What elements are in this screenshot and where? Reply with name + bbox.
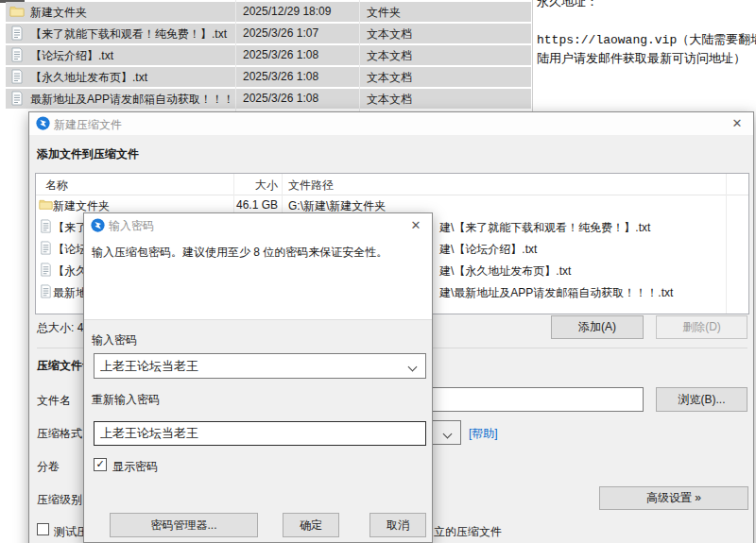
header-name[interactable]: 名称 — [45, 178, 68, 194]
file-name: 【来了就能下载和观看！纯免费！】.txt — [30, 26, 236, 42]
file-date: 2025/3/26 1:08 — [243, 48, 356, 61]
password-value: 上老王论坛当老王 — [100, 358, 198, 375]
file-name: 新建文件夹 — [30, 5, 236, 21]
help-link[interactable]: [帮助] — [469, 426, 498, 442]
close-icon[interactable]: ✕ — [723, 112, 751, 135]
text-document-icon — [39, 284, 53, 298]
dialog-title: 新建压缩文件 — [54, 117, 122, 133]
text-document-icon — [9, 25, 25, 41]
folder-icon — [39, 197, 53, 212]
column-divider — [359, 0, 360, 111]
test-archive-checkbox[interactable] — [37, 523, 49, 535]
dialog-titlebar[interactable]: 输入密码 ✕ — [84, 213, 432, 238]
list-item[interactable]: 最新地址及APP请发邮箱自动获取！！！ .... 2025/3/26 1:08 … — [6, 89, 531, 109]
add-button[interactable]: 添加(A) — [551, 315, 644, 339]
dialog-titlebar[interactable]: 新建压缩文件 ✕ — [29, 112, 753, 135]
list-item[interactable]: 【永久地址发布页】.txt 2025/3/26 1:08 文本文档 — [6, 67, 531, 87]
list-item[interactable]: 【论坛介绍】.txt 2025/3/26 1:08 文本文档 — [6, 45, 531, 65]
file-name: 最新地址及APP请发邮箱自动获取！！！ .... — [30, 92, 236, 108]
password-manager-button[interactable]: 密码管理器... — [110, 513, 258, 537]
filename-label: 文件名 — [37, 393, 71, 409]
preview-text: 永久地址：https://laowang.vip（大陆需要翻墙，大陆用户请发邮件… — [537, 0, 756, 69]
table-header[interactable]: 名称 大小 文件路径 — [36, 174, 748, 195]
reenter-password-input[interactable]: 上老王论坛当老王 — [94, 421, 426, 446]
dialog-title: 输入密码 — [109, 218, 154, 234]
cancel-button[interactable]: 取消 — [369, 513, 426, 537]
text-document-icon — [39, 263, 53, 277]
advanced-settings-button[interactable]: 高级设置 » — [599, 486, 748, 510]
file-type: 文本文档 — [367, 48, 480, 64]
column-divider — [235, 0, 236, 111]
header-path[interactable]: 文件路径 — [288, 178, 334, 194]
volume-label: 分卷 — [37, 459, 60, 475]
file-date: 2025/3/26 1:07 — [243, 26, 356, 40]
enter-password-label: 输入密码 — [92, 332, 137, 348]
preview-url: https://laowang.vip（大陆需要翻墙，大 — [537, 33, 756, 47]
list-item[interactable]: 【来了就能下载和观看！纯免费！】.txt 2025/3/26 1:07 文本文档 — [6, 24, 531, 43]
show-password-label: 显示密码 — [112, 459, 158, 475]
text-document-icon — [39, 241, 53, 255]
password-combobox[interactable]: 上老王论坛当老王 — [94, 353, 426, 379]
password-dialog: 输入密码 ✕ 输入压缩包密码。建议使用至少 8 位的密码来保证安全性。 输入密码… — [83, 212, 433, 543]
text-document-icon — [39, 219, 53, 233]
file-type: 文本文档 — [367, 92, 480, 108]
text-document-icon — [9, 69, 25, 84]
preview-line: 永久地址： — [537, 0, 598, 9]
file-type: 文件夹 — [367, 5, 480, 21]
add-files-heading: 添加文件到压缩文件 — [37, 146, 139, 162]
close-icon[interactable]: ✕ — [402, 213, 430, 238]
file-type: 文本文档 — [367, 26, 480, 42]
file-name: 【论坛介绍】.txt — [30, 48, 236, 64]
chevron-down-icon — [444, 431, 452, 438]
preview-line: 陆用户请发邮件获取最新可访问地址） — [537, 52, 746, 66]
text-document-icon — [9, 47, 25, 62]
folder-icon — [9, 4, 25, 19]
browse-button[interactable]: 浏览(B)... — [656, 387, 747, 412]
show-password-checkbox[interactable]: ✓ — [94, 458, 107, 471]
reenter-password-label: 重新输入密码 — [92, 392, 160, 408]
file-name: 【永久地址发布页】.txt — [30, 70, 236, 86]
pane-divider[interactable] — [532, 0, 533, 111]
row-size: 46.1 GB — [178, 198, 278, 212]
ok-button[interactable]: 确定 — [283, 513, 339, 537]
file-date: 2025/12/29 18:09 — [243, 5, 356, 18]
text-document-icon — [9, 91, 25, 106]
bandizip-logo-icon — [36, 116, 50, 130]
delete-button: 删除(D) — [656, 315, 747, 339]
level-label: 压缩级别 — [37, 492, 82, 508]
screen: 新建文件夹 2025/12/29 18:09 文件夹 【来了就能下载和观看！纯免… — [0, 0, 756, 543]
header-size[interactable]: 大小 — [233, 178, 278, 194]
list-item[interactable]: 新建文件夹 2025/12/29 18:09 文件夹 — [6, 2, 531, 22]
bandizip-logo-icon — [91, 218, 105, 232]
separate-archive-label-tail: 立的压缩文件 — [434, 524, 502, 540]
file-type: 文本文档 — [367, 70, 480, 86]
file-date: 2025/3/26 1:08 — [243, 92, 356, 105]
chevron-down-icon[interactable] — [409, 364, 417, 371]
file-date: 2025/3/26 1:08 — [243, 70, 356, 83]
format-label: 压缩格式 — [37, 426, 82, 442]
password-message: 输入压缩包密码。建议使用至少 8 位的密码来保证安全性。 — [92, 245, 424, 261]
